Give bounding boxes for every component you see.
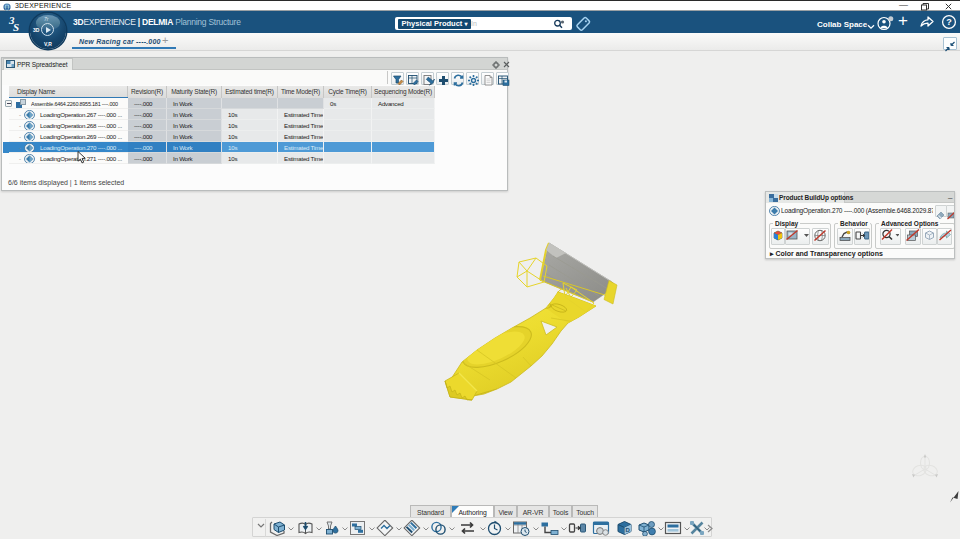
svg-text:D: D xyxy=(625,527,630,533)
svg-text:?: ? xyxy=(946,17,952,27)
svg-text:S: S xyxy=(13,21,19,32)
